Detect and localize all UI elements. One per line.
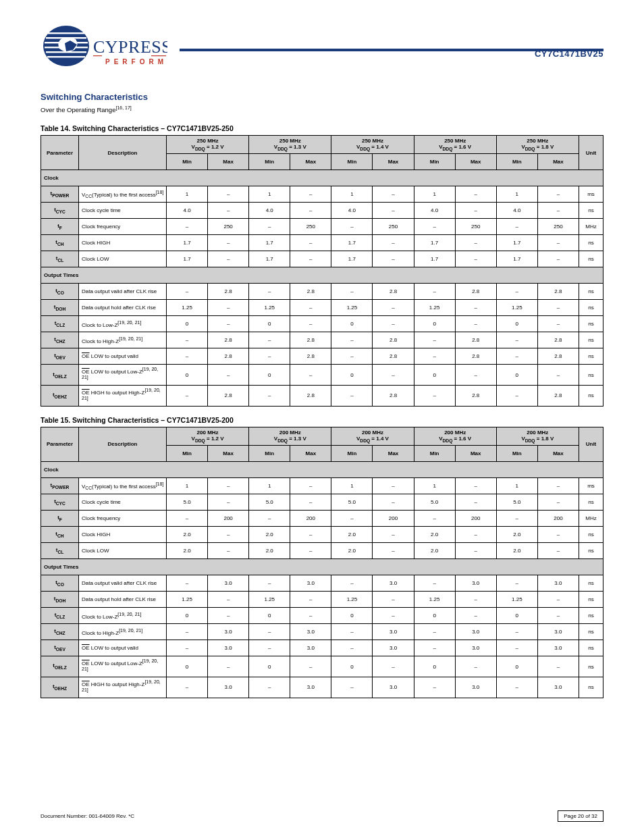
cell-value: – — [455, 478, 496, 494]
cell-value: – — [167, 624, 208, 640]
cell-value: – — [331, 348, 373, 365]
cell-parameter: tOEHZ — [41, 386, 79, 407]
cell-unit: ns — [579, 348, 603, 365]
cell-value: 2.8 — [290, 284, 331, 300]
cell-unit: ns — [579, 203, 603, 219]
cell-value: 2.0 — [414, 543, 455, 559]
cell-value: – — [290, 478, 331, 494]
cell-value: – — [496, 348, 537, 365]
cell-unit: ns — [579, 543, 603, 559]
cell-value: – — [373, 592, 414, 608]
cell-value: – — [167, 511, 208, 527]
cell-value: – — [496, 575, 537, 592]
cell-value: 1.7 — [414, 235, 455, 251]
cell-value: 200 — [208, 511, 249, 527]
col-min: Min — [167, 446, 208, 462]
cell-parameter: tCL — [41, 543, 79, 559]
table-row: tOEHZOE HIGH to output High-Z[19, 20, 21… — [41, 677, 603, 698]
cell-value: – — [290, 365, 331, 386]
col-min: Min — [414, 154, 455, 170]
page-header: CYPRESS PERFORM — [41, 20, 603, 73]
cell-value: – — [167, 575, 208, 592]
cell-value: 5.0 — [496, 494, 537, 511]
cell-value: – — [373, 494, 414, 511]
cell-value: 3.0 — [290, 624, 331, 640]
cell-value: – — [331, 219, 373, 235]
cell-value: – — [537, 235, 579, 251]
cell-parameter: tOEHZ — [41, 677, 79, 698]
cell-value: 1 — [496, 186, 537, 203]
cell-value: – — [167, 677, 208, 698]
cell-value: 0 — [496, 608, 537, 624]
cell-value: 2.8 — [455, 332, 496, 348]
cell-value: 1.7 — [496, 235, 537, 251]
cell-value: – — [208, 543, 249, 559]
cell-unit: ns — [579, 624, 603, 640]
col-v3: 200 MHzVDDQ = 1.6 V — [414, 427, 496, 445]
cell-value: 5.0 — [167, 494, 208, 511]
cell-value: – — [331, 511, 373, 527]
cell-description: Clock to Low-Z[19, 20, 21] — [79, 608, 167, 624]
cell-value: – — [537, 543, 579, 559]
cell-value: – — [290, 543, 331, 559]
cell-value: – — [496, 332, 537, 348]
cell-description: OE HIGH to output High-Z[19, 20, 21] — [79, 386, 167, 407]
cell-value: – — [373, 316, 414, 332]
cell-value: 250 — [373, 219, 414, 235]
cell-value: – — [414, 640, 455, 656]
cell-unit: ns — [579, 251, 603, 267]
cell-value: 0 — [167, 608, 208, 624]
cell-value: 200 — [537, 511, 579, 527]
cell-unit: ns — [579, 527, 603, 543]
cell-value: 1 — [249, 186, 290, 203]
col-max: Max — [290, 446, 331, 462]
cell-value: – — [373, 300, 414, 316]
cell-description: Clock LOW — [79, 543, 167, 559]
svg-text:PERFORM: PERFORM — [105, 58, 167, 66]
cell-value: 1.25 — [331, 592, 373, 608]
cell-value: 1.7 — [249, 251, 290, 267]
cell-value: 1 — [167, 478, 208, 494]
cell-value: 2.8 — [537, 348, 579, 365]
cell-value: – — [249, 677, 290, 698]
cell-value: – — [290, 608, 331, 624]
cell-value: 3.0 — [290, 640, 331, 656]
cell-value: 1.25 — [167, 592, 208, 608]
table-row: tCLClock LOW1.7–1.7–1.7–1.7–1.7–ns — [41, 251, 603, 267]
cell-value: – — [167, 284, 208, 300]
cell-value: 0 — [496, 316, 537, 332]
cell-value: 1.7 — [496, 251, 537, 267]
page-footer: Document Number: 001-64009 Rev. *C Page … — [41, 810, 603, 822]
cell-parameter: tCO — [41, 284, 79, 300]
cell-value: – — [208, 316, 249, 332]
col-description: Description — [79, 427, 167, 461]
cell-value: 0 — [249, 608, 290, 624]
cell-value: – — [455, 656, 496, 677]
cell-value: 1 — [414, 186, 455, 203]
col-unit: Unit — [579, 135, 603, 170]
cell-value: 0 — [331, 365, 373, 386]
cell-description: OE LOW to output valid — [79, 640, 167, 656]
col-v2: 200 MHzVDDQ = 1.4 V — [331, 427, 414, 445]
col-min: Min — [331, 446, 373, 462]
cell-value: 2.0 — [496, 543, 537, 559]
cell-value: 3.0 — [208, 677, 249, 698]
cypress-logo: CYPRESS PERFORM — [41, 20, 167, 73]
cell-value: – — [249, 348, 290, 365]
cell-value: – — [414, 332, 455, 348]
cell-parameter: tCO — [41, 575, 79, 592]
cell-value: 1.25 — [167, 300, 208, 316]
col-max: Max — [208, 446, 249, 462]
cell-value: – — [373, 543, 414, 559]
cell-value: 3.0 — [290, 677, 331, 698]
cell-value: – — [208, 527, 249, 543]
cell-value: 3.0 — [537, 677, 579, 698]
cell-value: 1.7 — [167, 251, 208, 267]
cell-value: – — [373, 365, 414, 386]
col-max: Max — [373, 154, 414, 170]
table-row: tOEHZOE HIGH to output High-Z[19, 20, 21… — [41, 386, 603, 407]
cell-value: – — [414, 386, 455, 407]
cell-value: 2.8 — [373, 332, 414, 348]
cell-value: – — [208, 235, 249, 251]
cell-value: – — [496, 386, 537, 407]
